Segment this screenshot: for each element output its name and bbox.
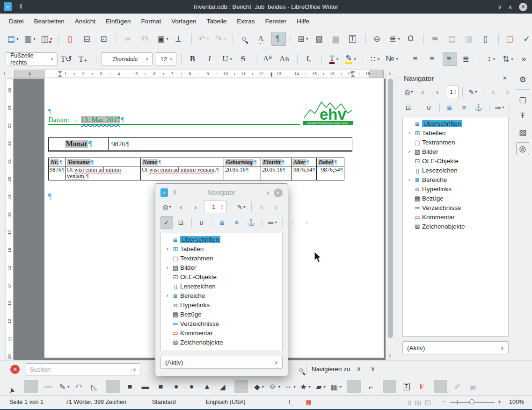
rounded-rectangle-tool[interactable]: ▬ <box>139 380 153 393</box>
navigator-dialog-titlebar[interactable]: ≡ ✎ Navigator ∧ ✕ <box>160 186 283 199</box>
nav-item-zeichenobjekte[interactable]: ⊠Zeichenobjekte <box>403 222 508 231</box>
pin-icon[interactable]: ✎ <box>171 188 179 196</box>
page-break-button[interactable]: ⊖ <box>371 32 385 46</box>
numbered-list-button[interactable]: №▾ <box>385 52 399 66</box>
underline-button[interactable]: U▾ <box>220 52 234 66</box>
chapter-down-button[interactable]: ∨ <box>270 201 283 213</box>
nav-item-tabellen[interactable]: ›⊞Tabellen <box>403 128 508 137</box>
menu-datei[interactable]: Datei <box>4 16 29 27</box>
navigator-dialog[interactable]: ≡ ✎ Navigator ∧ ✕ ◎▾‹›1∧ ∨✎▾∧∨ ✓⊡∪≣≡⚓≔▾‹… <box>155 183 288 376</box>
new-style-button[interactable]: T₊ <box>77 52 91 66</box>
nav-item-hyperlinks[interactable]: ∞Hyperlinks <box>161 300 282 309</box>
symbol-shapes-button[interactable]: ☺▾ <box>268 380 281 393</box>
table-header-cell[interactable]: Vorname¶ <box>66 158 141 166</box>
menu-fenster[interactable]: Fenster <box>260 16 292 27</box>
edit-button[interactable]: ✎▾ <box>466 86 479 98</box>
collapse-icon[interactable]: ∧ <box>266 190 270 196</box>
clear-formatting-button[interactable]: Iₓ <box>302 52 317 66</box>
navigate-up-button[interactable]: ∧ <box>357 365 361 372</box>
menu-vorlagen[interactable]: Vorlagen <box>166 16 201 27</box>
demote-level-button[interactable]: › <box>301 216 313 229</box>
find-replace-button[interactable]: ○ <box>238 32 252 46</box>
edit-points-button[interactable]: ✐ <box>452 380 465 393</box>
table-cell[interactable]: Ut wisi enim ad minim veniam,¶ <box>141 166 224 180</box>
insert-mode-icon[interactable]: I_ <box>289 399 293 405</box>
nav-item-hyperlinks[interactable]: ∞Hyperlinks <box>403 184 508 194</box>
nav-item-lesezeichen[interactable]: ▯Lesezeichen <box>403 165 508 175</box>
navigate-by-button[interactable]: ◎▾ <box>402 86 415 98</box>
table-header-cell[interactable]: Geburtstag¶ <box>224 158 261 166</box>
insert-table-button[interactable]: ⊞▾ <box>296 32 310 46</box>
highlight-color-button[interactable]: ✎▾ <box>343 52 358 66</box>
close-button[interactable]: ✕ <box>519 3 527 11</box>
insert-field-button[interactable]: ≣▾ <box>387 32 402 46</box>
document-heading[interactable] <box>48 94 303 106</box>
maximize-button[interactable]: ∧ <box>508 4 512 10</box>
chapter-up-button[interactable]: ∧ <box>487 86 500 98</box>
heading-levels-button[interactable]: ≣ <box>216 216 229 229</box>
nav-item-textrahmen[interactable]: ▢Textrahmen <box>403 137 508 147</box>
content-view-toggle[interactable]: ✓ <box>160 216 173 229</box>
table-cell[interactable]: 20.05.16¶ <box>261 166 292 180</box>
open-button[interactable]: ▥▾ <box>22 32 37 46</box>
bold-button[interactable]: B <box>186 52 201 66</box>
anchor-toggle[interactable]: ⚓ <box>473 101 485 114</box>
undo-button[interactable]: ↶▾ <box>197 32 211 46</box>
font-size-select[interactable]: 12∨ <box>155 52 176 65</box>
document-selector[interactable]: (Aktiv)∨ <box>160 356 283 369</box>
menu-extras[interactable]: Extras <box>232 16 260 27</box>
select-tool[interactable]: ➤ <box>6 379 21 394</box>
table-header-cell[interactable]: Dabei¶ <box>317 158 344 166</box>
nav-item-tabellen[interactable]: ›⊞Tabellen <box>161 244 282 253</box>
toolbar-overflow-button[interactable]: » <box>517 52 532 66</box>
rectangle-tool[interactable]: ■ <box>124 380 138 393</box>
gallery-deck-tab[interactable]: ▧ <box>516 126 529 139</box>
book-view-icon[interactable]: ◫ <box>425 399 430 406</box>
list-box-toggle[interactable]: ≡ <box>231 216 243 229</box>
ellipse-tool[interactable]: ● <box>170 380 184 393</box>
menu-tabelle[interactable]: Tabelle <box>201 16 232 27</box>
word-count[interactable]: 71 Wörter, 399 Zeichen <box>66 399 126 405</box>
outline-level-button[interactable]: ≔▾ <box>493 101 506 114</box>
table-cell[interactable]: 20.05.16¶ <box>224 166 261 180</box>
align-right-button[interactable]: ≡ <box>443 52 457 66</box>
paragraph-spacing-button[interactable]: ⇅▾ <box>501 52 515 66</box>
navigator-deck-tab[interactable]: ◎ <box>516 142 529 155</box>
ehv-logo[interactable]: ehv Ehswalder Heimatmuseum eingetr. Vere… <box>303 99 353 125</box>
members-table[interactable]: Nr.¶Vorname¶Name¶Geburtstag¶Eintritt¶Alt… <box>48 158 344 180</box>
table-header-cell[interactable]: Alter¶ <box>292 158 317 166</box>
menu-ansicht[interactable]: Ansicht <box>70 16 101 27</box>
page-spinbox[interactable]: 1∧ ∨ <box>204 201 227 213</box>
insert-image-button[interactable]: ▧ <box>313 32 327 46</box>
circle-tool[interactable]: ● <box>186 380 199 393</box>
search-input[interactable]: Suchen ∨ <box>26 363 140 375</box>
justify-button[interactable]: ≣ <box>459 52 474 66</box>
cut-button[interactable]: ✂ <box>122 32 136 46</box>
formatting-marks-button[interactable]: ¶ <box>271 32 286 46</box>
insert-bookmark-button[interactable]: ▯ <box>479 32 494 46</box>
page-deck-tab[interactable]: ▢ <box>516 93 529 106</box>
redo-button[interactable]: ↷▾ <box>213 32 228 46</box>
square-tool[interactable]: ■ <box>155 380 168 393</box>
set-reminder-button[interactable]: ∪ <box>423 101 436 114</box>
monat-table[interactable]: Monat¶ 9876¶ <box>48 137 352 152</box>
monat-cell[interactable]: Monat¶ <box>49 138 109 150</box>
curve-tool[interactable]: ◠ <box>73 380 87 393</box>
nav-item-lesezeichen[interactable]: ▯Lesezeichen <box>161 281 282 291</box>
insert-textbox-button[interactable]: T <box>346 32 361 46</box>
indent-marker-right[interactable] <box>350 71 355 77</box>
strikethrough-button[interactable]: S <box>237 52 251 66</box>
nav-item-bilder[interactable]: ›▨Bilder <box>161 263 282 272</box>
nav-item-kommentar[interactable]: ▭Kommentar <box>161 328 282 338</box>
insert-chart-button[interactable]: ▆ <box>329 32 344 46</box>
anchor-toggle[interactable]: ⚓ <box>245 216 258 229</box>
scroll-down-icon[interactable]: ∨ <box>388 353 391 358</box>
insert-textbox-button[interactable]: T <box>401 380 414 393</box>
table-cell[interactable]: Ut wisi enim ad minim veniam,¶ <box>66 166 141 180</box>
nav-item-textrahmen[interactable]: ▢Textrahmen <box>161 253 282 263</box>
subscript-button[interactable]: Aʙ <box>278 52 292 66</box>
outline-level-button[interactable]: ≔▾ <box>266 216 278 229</box>
print-preview-button[interactable]: ⊡ <box>97 32 112 46</box>
print-button[interactable]: ⊟ <box>80 32 95 46</box>
zoom-in-button[interactable]: + <box>498 399 501 405</box>
